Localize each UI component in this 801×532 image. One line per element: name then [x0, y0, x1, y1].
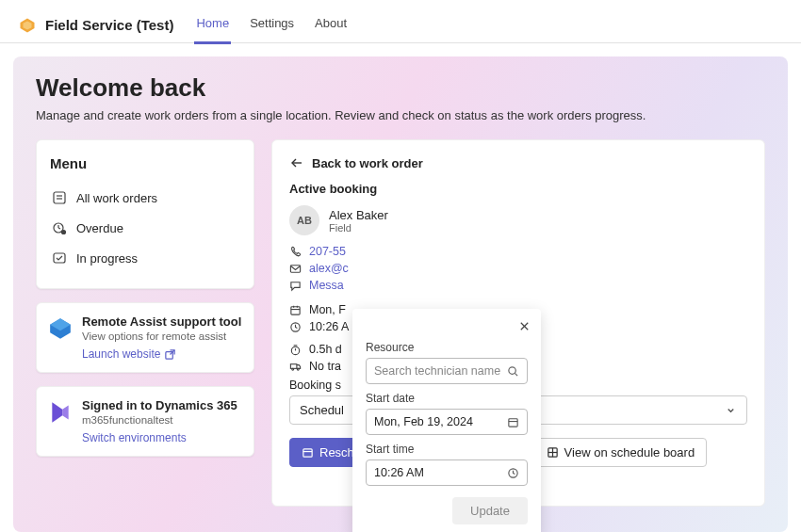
startdate-input[interactable]: Mon, Feb 19, 2024: [366, 409, 528, 435]
left-column: Menu All work orders Overdue In progress: [36, 139, 254, 507]
page-title: Welcome back: [36, 73, 765, 103]
svg-rect-27: [303, 449, 312, 457]
view-schedule-board-button[interactable]: View on schedule board: [534, 438, 708, 467]
update-button[interactable]: Update: [452, 497, 528, 524]
clock-alert-icon: [52, 220, 67, 235]
back-to-work-order[interactable]: Back to work order: [289, 155, 747, 170]
email-link[interactable]: alex@c: [309, 262, 349, 275]
app-title: Field Service (Test): [45, 17, 173, 33]
person-row: AB Alex Baker Field: [289, 205, 747, 235]
svg-point-25: [292, 368, 294, 370]
phone-row: 207-55: [289, 245, 747, 258]
calendar-edit-icon: [302, 446, 314, 459]
svg-rect-24: [290, 363, 297, 368]
phone-link[interactable]: 207-55: [309, 245, 346, 258]
svg-rect-2: [54, 192, 65, 203]
menu-card: Menu All work orders Overdue In progress: [36, 139, 254, 289]
mail-icon: [289, 263, 302, 275]
calendar-icon: [289, 304, 302, 316]
svg-rect-38: [509, 418, 517, 426]
calendar-icon: [507, 416, 519, 428]
menu-item-label: In progress: [76, 251, 138, 266]
nav-tabs: Home Settings About: [194, 7, 349, 44]
signin-card: Signed in to Dynamics 365 m365functional…: [36, 386, 254, 457]
chevron-down-icon: [725, 404, 737, 416]
remote-title: Remote Assist support tool: [82, 314, 241, 329]
svg-point-8: [62, 231, 66, 234]
menu-item-label: All work orders: [76, 191, 157, 205]
menu-item-label: Overdue: [76, 221, 123, 235]
external-link-icon: [164, 348, 176, 361]
person-role: Field: [329, 222, 388, 234]
svg-rect-9: [54, 253, 65, 263]
resource-search-input[interactable]: Search technician name: [366, 358, 528, 384]
svg-rect-16: [291, 306, 300, 314]
switch-environments-link[interactable]: Switch environments: [82, 431, 187, 444]
svg-line-7: [58, 228, 60, 229]
tab-about[interactable]: About: [313, 7, 349, 44]
launch-website-link[interactable]: Launch website: [82, 347, 176, 361]
tab-settings[interactable]: Settings: [248, 7, 296, 44]
clock-icon: [507, 467, 519, 479]
timer-icon: [289, 344, 302, 356]
arrow-left-icon: [289, 155, 304, 170]
tab-home[interactable]: Home: [194, 7, 231, 44]
close-icon: [518, 320, 531, 332]
signin-title: Signed in to Dynamics 365: [82, 398, 237, 412]
page-subtitle: Manage and create work orders from a sin…: [36, 108, 765, 122]
svg-point-26: [297, 368, 299, 370]
remote-assist-card: Remote Assist support tool View options …: [36, 302, 254, 373]
remote-assist-icon: [48, 316, 73, 341]
menu-item-in-progress[interactable]: In progress: [50, 243, 240, 273]
svg-point-36: [509, 366, 515, 373]
board-icon: [547, 446, 559, 459]
signin-sub: m365functionaltest: [82, 414, 237, 426]
message-row: Messa: [289, 279, 747, 292]
starttime-input[interactable]: 10:26 AM: [366, 459, 528, 486]
topbar: Field Service (Test) Home Settings About: [0, 0, 801, 43]
resource-label: Resource: [366, 341, 528, 354]
starttime-label: Start time: [366, 443, 528, 456]
dynamics-icon: [48, 400, 73, 425]
email-row: alex@c: [289, 262, 747, 275]
menu-title: Menu: [50, 155, 240, 171]
avatar: AB: [289, 205, 319, 235]
person-name: Alex Baker: [329, 208, 388, 222]
progress-icon: [52, 250, 67, 266]
close-button[interactable]: [516, 318, 531, 333]
chat-icon: [289, 280, 302, 292]
startdate-label: Start date: [366, 392, 528, 405]
truck-icon: [289, 361, 302, 373]
message-link[interactable]: Messa: [309, 279, 344, 292]
menu-item-overdue[interactable]: Overdue: [50, 213, 240, 243]
svg-point-21: [291, 347, 299, 354]
active-booking-heading: Active booking: [289, 182, 747, 196]
search-icon: [507, 365, 519, 378]
move-booking-popup: Resource Search technician name Start da…: [352, 309, 541, 532]
menu-item-all-work-orders[interactable]: All work orders: [50, 183, 240, 213]
list-icon: [52, 190, 67, 205]
svg-line-37: [515, 373, 517, 376]
phone-icon: [289, 246, 302, 258]
remote-sub: View options for remote assist: [82, 330, 241, 342]
page-container: Welcome back Manage and create work orde…: [13, 56, 788, 532]
app-icon: [19, 17, 36, 34]
clock-icon: [289, 321, 302, 333]
